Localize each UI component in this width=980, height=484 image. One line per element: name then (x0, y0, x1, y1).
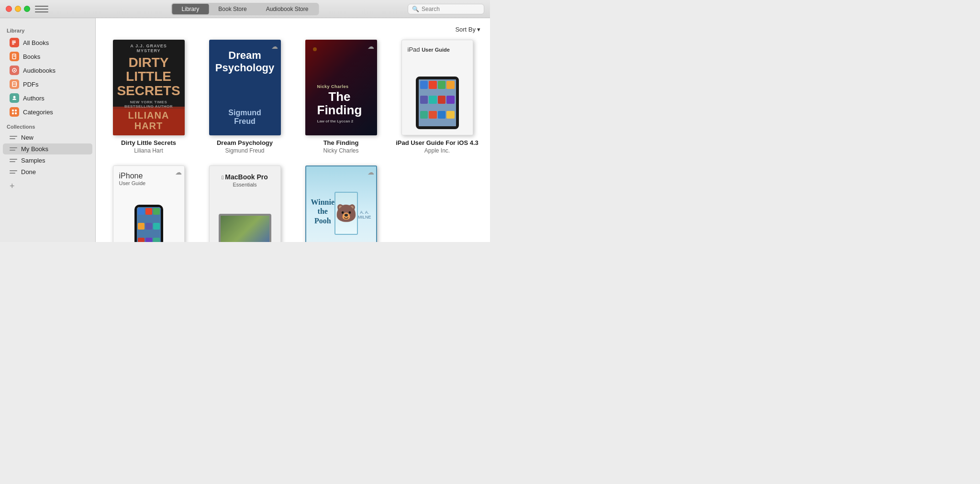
search-box[interactable]: 🔍 (408, 4, 484, 14)
collection-samples-icon (10, 157, 17, 164)
cloud-icon: ☁ (175, 168, 182, 176)
book-cover-iphone: iPhone User Guide (113, 165, 185, 242)
titlebar-tabs: Library Book Store Audiobook Store (171, 3, 319, 15)
sidebar-item-authors[interactable]: Authors (3, 91, 92, 105)
book-title: iPad User Guide For iOS 4.3 (396, 139, 479, 146)
tab-bookstore[interactable]: Book Store (209, 4, 256, 14)
sort-by-button[interactable]: Sort By ▾ (455, 26, 480, 33)
audiobooks-label: Audiobooks (23, 67, 56, 74)
authors-label: Authors (23, 95, 45, 102)
book-cover-ipad: iPad User Guide (401, 40, 473, 135)
book-item[interactable]:  MacBook Pro Essentials MacBook Pro Ess… (201, 165, 288, 242)
categories-icon (10, 107, 19, 117)
sidebar-item-pdfs[interactable]: PDF PDFs (3, 77, 92, 91)
book-cover-wrapper: DreamPsychology Sigmund Freud ☁ (209, 40, 281, 135)
book-item[interactable]: Winnie the Pooh 🐻 A. A. MILNE ☁ Winnie t… (298, 165, 384, 242)
book-author: Liliana Hart (134, 147, 163, 154)
collection-new[interactable]: New (3, 132, 92, 143)
cloud-icon: ☁ (271, 43, 278, 50)
winnie-bear: 🐻 (335, 203, 357, 223)
cloud-icon: ☁ (368, 168, 374, 176)
book-title: Dream Psychology (217, 139, 273, 146)
collection-new-label: New (21, 134, 33, 141)
books-icon (10, 52, 19, 61)
svg-rect-2 (12, 44, 14, 44)
svg-text:PDF: PDF (13, 83, 17, 86)
collection-samples[interactable]: Samples (3, 155, 92, 166)
titlebar: Library Book Store Audiobook Store 🔍 (0, 0, 490, 18)
book-cover-winnie: Winnie the Pooh 🐻 A. A. MILNE (305, 165, 377, 242)
add-icon: + (10, 181, 15, 191)
book-cover-finding: Nicky Charles TheFinding Law of the Lycc… (305, 40, 377, 135)
collection-done-icon (10, 169, 17, 176)
books-grid: A J.J. GRAVES MYSTERY DIRTYLITTLESECRETS… (105, 40, 480, 242)
book-item[interactable]: iPad User Guide (394, 40, 480, 154)
book-author: Nicky Charles (323, 147, 358, 154)
svg-rect-12 (15, 110, 17, 111)
book-item[interactable]: Nicky Charles TheFinding Law of the Lycc… (298, 40, 384, 154)
sidebar-item-categories[interactable]: Categories (3, 105, 92, 119)
tab-library[interactable]: Library (172, 4, 209, 14)
audiobooks-icon (10, 66, 19, 75)
book-item[interactable]: A J.J. GRAVES MYSTERY DIRTYLITTLESECRETS… (105, 40, 192, 154)
authors-icon (10, 93, 19, 103)
ipad-device-mockup (416, 77, 459, 129)
svg-point-7 (14, 70, 15, 71)
book-cover-wrapper:  MacBook Pro Essentials (209, 165, 281, 242)
svg-rect-11 (12, 110, 14, 111)
book-item[interactable]: iPhone User Guide (105, 165, 192, 242)
sidebar-item-books[interactable]: Books (3, 50, 92, 63)
sidebar-item-audiobooks[interactable]: Audiobooks (3, 64, 92, 77)
macbook-device-mockup (219, 214, 271, 242)
sort-by-label: Sort By (455, 26, 476, 33)
collection-samples-label: Samples (21, 157, 45, 164)
app-body: Library All Books Books (0, 18, 490, 242)
menu-icon[interactable] (35, 4, 48, 14)
maximize-button[interactable] (24, 6, 30, 12)
book-cover-wrapper: iPhone User Guide (113, 165, 185, 242)
sidebar: Library All Books Books (0, 18, 96, 242)
pdfs-icon: PDF (10, 79, 19, 89)
collection-done[interactable]: Done (3, 166, 92, 177)
iphone-device-mockup (134, 205, 163, 242)
all-books-icon (10, 38, 19, 47)
book-cover-wrapper: A J.J. GRAVES MYSTERY DIRTYLITTLESECRETS… (113, 40, 185, 135)
book-author: Apple Inc. (424, 147, 450, 154)
collection-my-books-label: My Books (21, 145, 48, 153)
categories-label: Categories (23, 109, 53, 116)
all-books-label: All Books (23, 39, 49, 46)
library-section-title: Library (0, 25, 95, 35)
add-collection-button[interactable]: + (3, 179, 92, 193)
svg-rect-13 (12, 112, 14, 114)
book-cover-wrapper: Winnie the Pooh 🐻 A. A. MILNE ☁ (305, 165, 377, 242)
svg-rect-0 (12, 41, 16, 42)
books-label: Books (23, 53, 40, 60)
collection-my-books[interactable]: My Books (3, 143, 92, 154)
collection-my-books-icon (10, 146, 17, 153)
pdfs-label: PDFs (23, 81, 39, 88)
svg-point-15 (313, 47, 317, 51)
book-cover-wrapper: iPad User Guide (401, 40, 473, 135)
book-cover-dream: DreamPsychology Sigmund Freud (209, 40, 281, 135)
search-icon: 🔍 (412, 6, 419, 12)
sort-by-chevron-icon: ▾ (477, 26, 480, 33)
book-title: The Finding (323, 139, 359, 146)
collection-done-label: Done (21, 168, 36, 176)
collection-new-icon (10, 134, 17, 141)
book-title: Dirty Little Secrets (121, 139, 176, 146)
winnie-illustration: 🐻 (334, 192, 358, 235)
sidebar-item-all-books[interactable]: All Books (3, 36, 92, 49)
collections-section-title: Collections (0, 119, 95, 132)
book-cover-macbook:  MacBook Pro Essentials (209, 165, 281, 242)
tab-audiobook[interactable]: Audiobook Store (256, 4, 318, 14)
search-input[interactable] (422, 6, 480, 12)
book-item[interactable]: DreamPsychology Sigmund Freud ☁ Dream Ps… (201, 40, 288, 154)
main-content: Sort By ▾ A J.J. GRAVES MYSTERY DIRTYLIT… (96, 18, 490, 242)
sort-bar: Sort By ▾ (105, 26, 480, 33)
svg-rect-14 (15, 112, 17, 114)
book-cover-wrapper: Nicky Charles TheFinding Law of the Lycc… (305, 40, 377, 135)
svg-rect-1 (12, 42, 16, 43)
book-author: Sigmund Freud (225, 147, 264, 154)
minimize-button[interactable] (15, 6, 21, 12)
close-button[interactable] (6, 6, 12, 12)
